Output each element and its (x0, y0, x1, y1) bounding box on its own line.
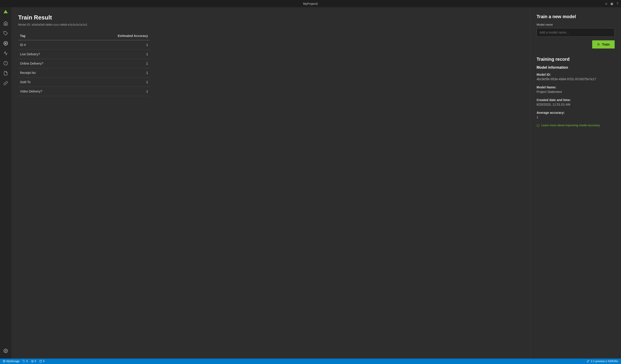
doc-count-icon (39, 360, 42, 363)
storage-icon (3, 360, 5, 363)
accuracy-cell: 1 (76, 87, 150, 96)
tag-cell: Sold To (18, 78, 76, 87)
training-record-section: Training record Model information Model … (536, 57, 615, 128)
statusbar: MyStorage 5 5 5 2.1-preview.1-530545c (0, 359, 621, 364)
sidebar (0, 7, 11, 359)
statusbar-right: 2.1-preview.1-530545c (587, 360, 618, 363)
doc-count-status: 5 (39, 360, 45, 363)
app-body: Train Result Model ID: a0a0a0a0-bbbb-ccc… (0, 7, 621, 359)
accuracy-cell: 1 (76, 40, 150, 50)
field-label: Created date and time: (536, 98, 615, 102)
model-info-section: Model information Model ID: 4bc9e5fe-953… (536, 65, 615, 128)
col-tag: Tag (18, 32, 76, 40)
layout-icon[interactable]: ▣ (610, 2, 613, 5)
field-label: Model Name: (536, 85, 615, 89)
model-info-field: Created date and time: 8/20/2020, 11:51:… (536, 98, 615, 106)
app-title: MyProject2 (303, 2, 318, 5)
info-icon: ⓘ (536, 124, 539, 128)
train-button[interactable]: Train (592, 40, 615, 48)
field-value: 1 (536, 115, 615, 119)
training-record-title: Training record (536, 57, 615, 62)
svg-point-13 (587, 362, 588, 363)
page-title: Train Result (18, 14, 523, 21)
connection-count-status: 5 (31, 360, 36, 363)
field-value: 4bc9e5fe-953e-49d4-9701-97c0075e7e17 (536, 77, 615, 81)
tag-count-icon (23, 360, 25, 363)
train-button-label: Train (602, 43, 610, 46)
main-panel: Train Result Model ID: a0a0a0a0-bbbb-ccc… (11, 7, 530, 359)
tag-cell: Live Delivery? (18, 50, 76, 59)
table-row: Online Delivery? 1 (18, 59, 150, 68)
tag-cell: ID # (18, 40, 76, 50)
tag-count-status: 5 (23, 360, 28, 363)
sidebar-item-predict[interactable] (1, 49, 10, 58)
learn-more-link[interactable]: ⓘ Learn more about improving model accur… (536, 124, 615, 128)
model-info-field: Model ID: 4bc9e5fe-953e-49d4-9701-97c007… (536, 73, 615, 81)
sidebar-bottom (1, 346, 10, 356)
titlebar: MyProject2 ⎋ ▣ ? (0, 0, 621, 7)
titlebar-actions: ⎋ ▣ ? (605, 2, 618, 5)
table-row: Live Delivery? 1 (18, 50, 150, 59)
sidebar-item-connections[interactable] (1, 79, 10, 88)
connection-count-icon (31, 360, 34, 363)
model-name-label: Model name (536, 23, 615, 26)
sidebar-item-settings[interactable] (1, 346, 10, 355)
sidebar-item-documents[interactable] (1, 69, 10, 78)
tag-cell: Video Delivery? (18, 87, 76, 96)
accuracy-cell: 1 (76, 68, 150, 78)
results-table: Tag Estimated Accuracy ID # 1 Live Deliv… (18, 32, 150, 96)
svg-marker-7 (598, 43, 599, 46)
learn-more-text: Learn more about improving model accurac… (541, 124, 600, 127)
svg-marker-0 (4, 10, 8, 13)
model-info-field: Average accuracy: 1 (536, 111, 615, 119)
new-model-title: Train a new model (536, 14, 615, 19)
accuracy-cell: 1 (76, 59, 150, 68)
sidebar-item-home[interactable] (1, 19, 10, 28)
col-accuracy: Estimated Accuracy (76, 32, 150, 40)
version-label: 2.1-preview.1-530545c (591, 360, 618, 363)
svg-point-10 (32, 361, 33, 362)
model-info-title: Model information (536, 65, 615, 70)
sidebar-item-train[interactable] (1, 39, 10, 48)
model-name-input[interactable] (536, 28, 615, 37)
sidebar-item-active-learning[interactable] (1, 59, 10, 68)
field-value: Project Statement (536, 90, 615, 94)
field-label: Model ID: (536, 73, 615, 76)
accuracy-cell: 1 (76, 78, 150, 87)
right-panel: Train a new model Model name Train Train… (530, 7, 621, 359)
tag-cell: Receipt No (18, 68, 76, 78)
storage-label: MyStorage (6, 360, 19, 363)
table-row: Sold To 1 (18, 78, 150, 87)
table-row: Receipt No 1 (18, 68, 150, 78)
table-row: ID # 1 (18, 40, 150, 50)
table-row: Video Delivery? 1 (18, 87, 150, 96)
svg-point-8 (3, 360, 5, 361)
doc-count: 5 (43, 360, 45, 363)
tag-cell: Online Delivery? (18, 59, 76, 68)
help-icon[interactable]: ? (617, 2, 618, 5)
share-icon[interactable]: ⎋ (605, 2, 607, 5)
logo (3, 10, 8, 15)
storage-status: MyStorage (3, 360, 19, 363)
tag-count: 5 (26, 360, 28, 363)
model-id-text: Model ID: a0a0a0a0-bbbb-cccc-dddd-e1e1e1… (18, 23, 523, 26)
train-icon (597, 43, 600, 46)
accuracy-cell: 1 (76, 50, 150, 59)
branch-icon (587, 360, 589, 363)
field-value: 8/20/2020, 11:51:01 AM (536, 103, 615, 106)
model-info-field: Model Name: Project Statement (536, 85, 615, 94)
sidebar-item-tags[interactable] (1, 29, 10, 38)
svg-point-2 (5, 43, 6, 44)
svg-point-12 (588, 360, 589, 361)
svg-point-6 (5, 350, 6, 351)
field-label: Average accuracy: (536, 111, 615, 114)
content-area: Train Result Model ID: a0a0a0a0-bbbb-ccc… (11, 7, 621, 359)
statusbar-left: MyStorage 5 5 5 (3, 360, 45, 363)
connection-count: 5 (35, 360, 36, 363)
